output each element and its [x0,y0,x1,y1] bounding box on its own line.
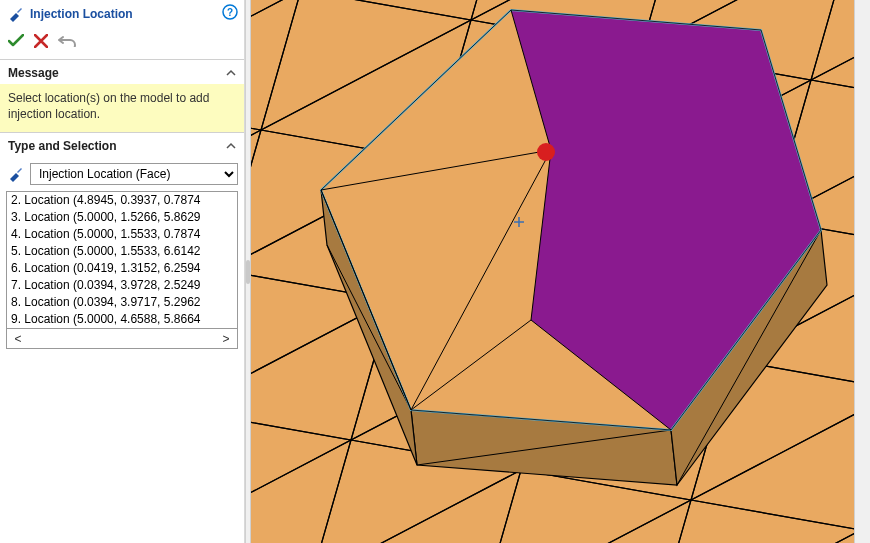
message-section-header[interactable]: Message [0,59,244,84]
list-item[interactable]: 4. Location (5.0000, 1.5533, 0.7874 [7,226,237,243]
action-row [0,29,244,59]
injection-location-icon [6,5,24,23]
list-item[interactable]: 10. Location (5.0000, 4.6587, 1.760 [7,328,237,329]
help-icon[interactable]: ? [222,4,238,23]
chevron-up-icon [226,67,236,79]
type-section-header[interactable]: Type and Selection [0,132,244,157]
location-listbox[interactable]: 2. Location (4.8945, 0.3937, 0.78743. Lo… [6,191,238,329]
list-scroll-controls: < > [6,329,238,349]
injection-type-icon [6,165,24,183]
list-item[interactable]: 2. Location (4.8945, 0.3937, 0.7874 [7,192,237,209]
panel-title: Injection Location [30,7,222,21]
splitter-grip-icon [246,260,250,284]
list-item[interactable]: 7. Location (0.0394, 3.9728, 2.5249 [7,277,237,294]
model-viewport[interactable] [251,0,870,543]
list-item[interactable]: 6. Location (0.0419, 1.3152, 6.2594 [7,260,237,277]
type-section-title: Type and Selection [8,139,116,153]
list-item[interactable]: 5. Location (5.0000, 1.5533, 6.6142 [7,243,237,260]
type-select[interactable]: Injection Location (Face) [30,163,238,185]
viewport-scrollbar[interactable] [854,0,870,543]
type-section-body: Injection Location (Face) 2. Location (4… [0,157,244,357]
list-item[interactable]: 8. Location (0.0394, 3.9717, 5.2962 [7,294,237,311]
panel-header: Injection Location ? [0,0,244,29]
message-section-title: Message [8,66,59,80]
cancel-button[interactable] [34,34,48,51]
message-body: Select location(s) on the model to add i… [0,84,244,132]
list-item[interactable]: 9. Location (5.0000, 4.6588, 5.8664 [7,311,237,328]
svg-text:?: ? [227,7,233,18]
scroll-left-button[interactable]: < [9,332,27,346]
property-panel: Injection Location ? Message Select loca… [0,0,245,543]
undo-button[interactable] [58,33,78,51]
svg-point-13 [537,143,555,161]
scroll-right-button[interactable]: > [217,332,235,346]
list-item[interactable]: 3. Location (5.0000, 1.5266, 5.8629 [7,209,237,226]
ok-button[interactable] [8,34,24,51]
chevron-up-icon [226,140,236,152]
